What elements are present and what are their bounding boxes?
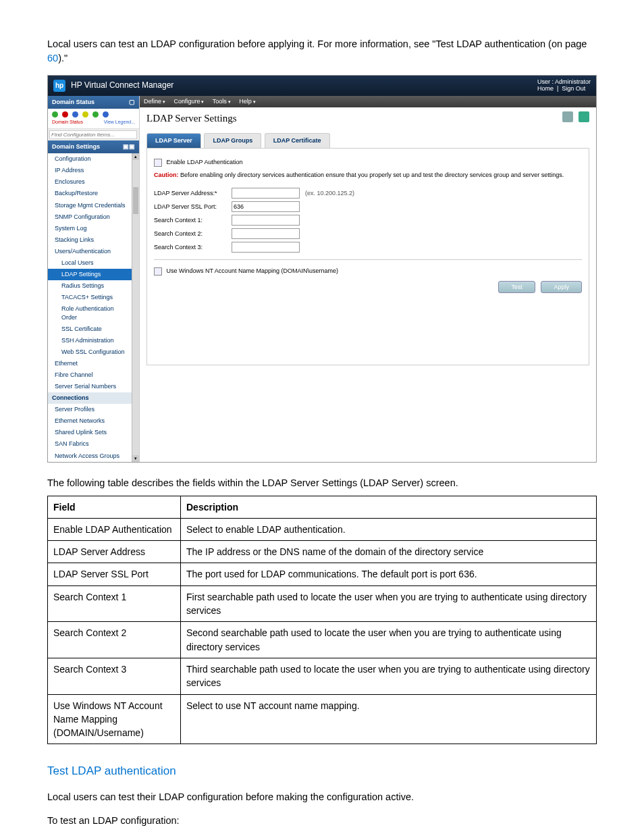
nav-ssh-admin[interactable]: SSH Administration: [48, 335, 132, 346]
menu-define[interactable]: Define: [144, 98, 165, 105]
input-sc3[interactable]: [232, 242, 300, 253]
domain-settings-header: Domain Settings ▣▣: [48, 140, 139, 153]
nav-stacking-links[interactable]: Stacking Links: [48, 234, 132, 246]
status-warn-icon: [82, 111, 88, 118]
caution-text: Caution: Before enabling only directory …: [154, 171, 582, 180]
th-description: Description: [181, 496, 597, 518]
nav-ldap-settings[interactable]: LDAP Settings: [48, 269, 132, 280]
status-domain-label: Domain Status: [52, 119, 83, 126]
input-sc2[interactable]: [232, 228, 300, 239]
nav-role-order[interactable]: Role Authentication Order: [48, 303, 132, 323]
tab-ldap-groups[interactable]: LDAP Groups: [204, 133, 261, 148]
table-row: Search Context 1: [48, 585, 181, 622]
menu-help[interactable]: Help: [239, 98, 255, 105]
field-description-table: Field Description Enable LDAP Authentica…: [47, 496, 597, 745]
th-field: Field: [48, 496, 181, 518]
tab-ldap-server[interactable]: LDAP Server: [146, 133, 201, 148]
vc-main-area: Define Configure Tools Help LDAP Server …: [140, 96, 596, 462]
section-p2: To test an LDAP configuration:: [47, 814, 597, 828]
intro-text-a: Local users can test an LDAP configurati…: [47, 38, 587, 49]
label-sc2: Search Context 2:: [154, 230, 232, 238]
nav-net-access[interactable]: Network Access Groups: [48, 450, 132, 462]
nav-shared-uplink[interactable]: Shared Uplink Sets: [48, 427, 132, 438]
nav-snmp[interactable]: SNMP Configuration: [48, 211, 132, 223]
table-row: The port used for LDAP communications. T…: [181, 563, 597, 585]
table-row: The IP address or the DNS name of the do…: [181, 541, 597, 563]
nav-local-users[interactable]: Local Users: [48, 257, 132, 269]
input-server-address[interactable]: [232, 188, 300, 199]
nav-web-ssl[interactable]: Web SSL Configuration: [48, 346, 132, 358]
label-ssl-port: LDAP Server SSL Port:: [154, 203, 232, 211]
caution-body: Before enabling only directory services …: [179, 172, 564, 178]
view-legend-link[interactable]: View Legend...: [104, 120, 135, 124]
hint-server-address: (ex. 10.200.125.2): [305, 189, 354, 198]
nt-mapping-checkbox[interactable]: [154, 267, 162, 276]
section-icons: ▣▣: [123, 142, 135, 151]
scroll-up-icon[interactable]: ▴: [132, 153, 139, 160]
apply-button[interactable]: Apply: [541, 281, 582, 293]
input-sc1[interactable]: [232, 215, 300, 226]
status-ok2-icon: [92, 111, 99, 118]
enable-ldap-checkbox[interactable]: [154, 159, 162, 167]
nav-fibre-channel[interactable]: Fibre Channel: [48, 369, 132, 381]
table-row: Enable LDAP Authentication: [48, 518, 181, 540]
table-row: First searchable path used to locate the…: [181, 585, 597, 622]
nav-ssl-cert[interactable]: SSL Certificate: [48, 323, 132, 335]
nav-backup-restore[interactable]: Backup/Restore: [48, 188, 132, 199]
vc-home-link[interactable]: Home: [537, 85, 554, 92]
find-box: [48, 129, 139, 140]
intro-paragraph: Local users can test an LDAP configurati…: [47, 37, 597, 66]
nav-users-auth[interactable]: Users/Authentication: [48, 246, 132, 257]
vc-signout-link[interactable]: Sign Out: [562, 85, 585, 92]
status-icon-panel: Domain Status View Legend...: [48, 109, 139, 129]
page-link-60[interactable]: 60: [47, 53, 58, 63]
scroll-thumb[interactable]: [133, 187, 138, 214]
menu-tools[interactable]: Tools: [213, 98, 231, 105]
status-refresh-icon: [103, 111, 109, 118]
caution-prefix: Caution:: [154, 172, 179, 178]
nav-tacacs[interactable]: TACACS+ Settings: [48, 292, 132, 303]
nav-storage-mgmt[interactable]: Storage Mgmt Credentials: [48, 200, 132, 211]
nav-server-profiles[interactable]: Server Profiles: [48, 404, 132, 415]
scroll-down-icon[interactable]: ▾: [132, 455, 139, 462]
sidebar-nav-list: Configuration IP Address Enclosures Back…: [48, 153, 132, 461]
print-icon[interactable]: [562, 111, 573, 122]
table-row: Third searchable path used to locate the…: [181, 658, 597, 694]
table-row: LDAP Server Address: [48, 541, 181, 563]
connections-header: Connections: [48, 392, 132, 404]
nav-server-serial[interactable]: Server Serial Numbers: [48, 381, 132, 392]
menu-configure[interactable]: Configure: [173, 98, 204, 105]
help-icon[interactable]: [579, 111, 589, 122]
separator: [154, 259, 582, 260]
label-sc3: Search Context 3:: [154, 243, 232, 252]
nav-ip-address[interactable]: IP Address: [48, 165, 132, 176]
table-row: Search Context 3: [48, 658, 181, 694]
nav-system-log[interactable]: System Log: [48, 223, 132, 234]
tab-ldap-certificate[interactable]: LDAP Certificate: [265, 133, 330, 148]
nav-radius[interactable]: Radius Settings: [48, 280, 132, 292]
status-ok-icon: [52, 111, 58, 118]
status-error-icon: [62, 111, 68, 118]
page-title: LDAP Server Settings: [146, 111, 237, 126]
nav-enclosures[interactable]: Enclosures: [48, 176, 132, 188]
intro-text-b: ).": [58, 53, 68, 63]
nav-san-fabrics[interactable]: SAN Fabrics: [48, 438, 132, 450]
nav-ethernet[interactable]: Ethernet: [48, 358, 132, 369]
nav-configuration[interactable]: Configuration: [48, 153, 132, 165]
nav-eth-networks[interactable]: Ethernet Networks: [48, 415, 132, 427]
find-input[interactable]: [49, 130, 137, 139]
table-row: Second searchable path used to locate th…: [181, 622, 597, 658]
hp-logo-icon: hp: [53, 80, 65, 92]
vc-menu-bar: Define Configure Tools Help: [140, 96, 596, 107]
domain-status-title: Domain Status: [52, 98, 95, 107]
input-ssl-port[interactable]: [232, 201, 300, 212]
test-button[interactable]: Test: [498, 281, 535, 293]
table-row: Use Windows NT Account Name Mapping (DOM…: [48, 694, 181, 744]
status-info-icon: [72, 111, 78, 118]
enable-ldap-label: Enable LDAP Authentication: [167, 159, 243, 165]
collapse-icon[interactable]: ▢: [129, 98, 135, 107]
tab-content: Enable LDAP Authentication Caution: Befo…: [146, 148, 589, 365]
sidebar-scrollbar[interactable]: ▴ ▾: [132, 153, 139, 461]
table-row: Select to use NT account name mapping.: [181, 694, 597, 744]
label-server-address: LDAP Server Address:*: [154, 189, 232, 198]
